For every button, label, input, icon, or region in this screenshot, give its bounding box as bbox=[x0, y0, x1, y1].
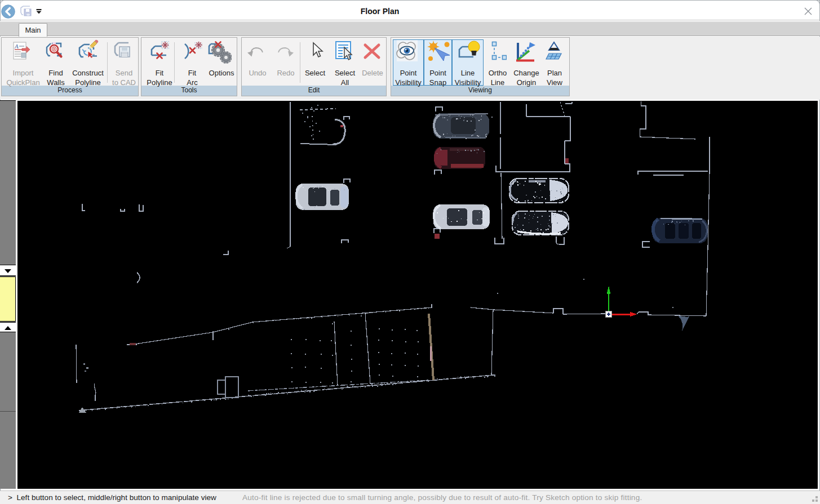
svg-text:A: A bbox=[14, 43, 19, 50]
